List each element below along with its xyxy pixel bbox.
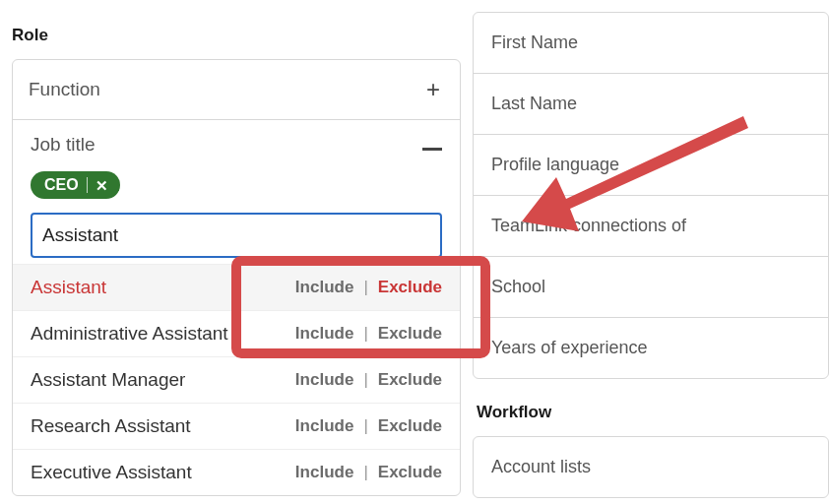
role-panel: Function + Job title CEO ✕ As (12, 59, 461, 496)
suggestion-label: Assistant Manager (31, 369, 185, 391)
suggestion-label: Assistant (31, 277, 106, 298)
include-button[interactable]: Include (295, 278, 354, 297)
exclude-button[interactable]: Exclude (378, 416, 442, 436)
filter-teamlink-connections[interactable]: TeamLink connections of (474, 196, 828, 257)
suggestion-row[interactable]: Research Assistant Include | Exclude (13, 403, 460, 449)
job-title-search-input[interactable] (42, 224, 430, 246)
exclude-button[interactable]: Exclude (378, 324, 442, 344)
include-button[interactable]: Include (295, 370, 354, 390)
suggestion-label: Research Assistant (31, 415, 191, 437)
close-icon[interactable]: ✕ (96, 178, 108, 193)
job-title-label: Job title (31, 134, 95, 156)
filter-first-name[interactable]: First Name (474, 13, 828, 74)
suggestion-label: Administrative Assistant (31, 323, 228, 345)
plus-icon[interactable]: + (422, 78, 444, 101)
workflow-section-label: Workflow (473, 403, 829, 422)
function-title: Function (29, 79, 100, 100)
personal-filters-panel: First Name Last Name Profile language Te… (473, 12, 829, 379)
chip-label: CEO (44, 176, 79, 194)
minus-icon[interactable] (422, 134, 442, 156)
suggestion-row[interactable]: Assistant Manager Include | Exclude (13, 356, 460, 403)
chip-divider (87, 177, 88, 193)
suggestion-list: Assistant Include | Exclude Administrati… (13, 264, 460, 495)
action-divider: | (363, 416, 367, 436)
action-divider: | (363, 278, 367, 297)
suggestion-row[interactable]: Assistant Include | Exclude (13, 264, 460, 310)
exclude-button[interactable]: Exclude (378, 463, 442, 482)
filter-school[interactable]: School (474, 257, 828, 318)
filter-last-name[interactable]: Last Name (474, 74, 828, 135)
action-divider: | (363, 463, 367, 482)
job-title-filter: Job title CEO ✕ Assistant Include (13, 120, 460, 495)
include-button[interactable]: Include (295, 416, 354, 436)
action-divider: | (363, 370, 367, 390)
exclude-button[interactable]: Exclude (378, 278, 442, 297)
filter-years-experience[interactable]: Years of experience (474, 318, 828, 378)
role-section-label: Role (12, 26, 461, 45)
action-divider: | (363, 324, 367, 344)
exclude-button[interactable]: Exclude (378, 370, 442, 390)
include-button[interactable]: Include (295, 463, 354, 482)
workflow-account-lists[interactable]: Account lists (474, 437, 828, 497)
include-button[interactable]: Include (295, 324, 354, 344)
chip-ceo[interactable]: CEO ✕ (31, 171, 120, 199)
function-filter-row[interactable]: Function + (13, 60, 460, 120)
suggestion-row[interactable]: Administrative Assistant Include | Exclu… (13, 310, 460, 356)
workflow-panel: Account lists (473, 436, 829, 498)
job-title-search-wrap (31, 213, 442, 258)
filter-profile-language[interactable]: Profile language (474, 135, 828, 196)
suggestion-row[interactable]: Executive Assistant Include | Exclude (13, 449, 460, 495)
suggestion-label: Executive Assistant (31, 462, 192, 483)
